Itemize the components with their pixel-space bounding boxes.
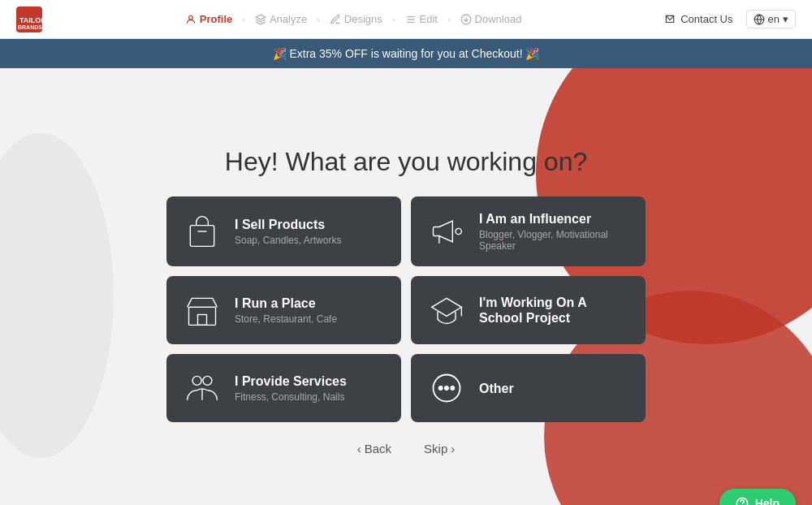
help-icon: [736, 497, 749, 505]
svg-rect-10: [190, 226, 214, 247]
card-provide-services-title: I Provide Services: [235, 373, 347, 389]
language-selector[interactable]: en ▾: [746, 10, 796, 28]
svg-point-22: [438, 386, 443, 391]
card-provide-services-subtitle: Fitness, Consulting, Nails: [235, 391, 347, 403]
graduation-icon: [427, 291, 466, 330]
card-sell-products-subtitle: Soap, Candles, Artworks: [235, 235, 341, 246]
nav-buttons: ‹ Back Skip ›: [357, 442, 456, 455]
card-influencer-title: I Am an Influencer: [479, 211, 629, 227]
svg-point-3: [188, 15, 192, 19]
svg-point-18: [192, 376, 201, 385]
card-sell-products[interactable]: I Sell Products Soap, Candles, Artworks: [166, 196, 401, 266]
logo-icon: TAILOR BRANDS: [16, 6, 42, 32]
cards-grid: I Sell Products Soap, Candles, Artworks …: [166, 196, 646, 422]
back-button[interactable]: ‹ Back: [357, 442, 391, 455]
card-school-project-title: I'm Working On A School Project: [479, 295, 629, 326]
card-school-project[interactable]: I'm Working On A School Project: [411, 276, 646, 344]
svg-point-12: [456, 228, 461, 234]
nav-step-designs[interactable]: Designs: [323, 13, 389, 25]
card-provide-services-text: I Provide Services Fitness, Consulting, …: [235, 373, 347, 403]
svg-text:TAILOR: TAILOR: [19, 16, 42, 24]
nav-step-edit[interactable]: Edit: [399, 13, 444, 25]
card-influencer[interactable]: I Am an Influencer Blogger, Vlogger, Mot…: [411, 196, 646, 266]
card-run-place-text: I Run a Place Store, Restaurant, Cafe: [235, 296, 337, 325]
megaphone-icon: [427, 212, 466, 251]
promo-banner: 🎉 Extra 35% OFF is waiting for you at Ch…: [0, 39, 812, 68]
page-title: Hey! What are you working on?: [225, 147, 587, 177]
shopping-bag-icon: [183, 212, 222, 251]
card-sell-products-text: I Sell Products Soap, Candles, Artworks: [235, 217, 341, 246]
svg-rect-13: [189, 307, 216, 325]
svg-point-25: [736, 498, 747, 505]
card-influencer-subtitle: Blogger, Vlogger, Motivational Speaker: [479, 229, 629, 252]
svg-rect-14: [198, 315, 207, 326]
card-provide-services[interactable]: I Provide Services Fitness, Consulting, …: [166, 354, 401, 422]
svg-point-19: [203, 376, 212, 385]
contact-us-button[interactable]: Contact Us: [664, 13, 732, 25]
nav-steps: Profile › Analyze › Designs › Edit › Dow…: [179, 13, 529, 25]
navbar: TAILOR BRANDS Profile › Analyze › Design…: [0, 0, 812, 39]
nav-step-profile[interactable]: Profile: [179, 13, 239, 25]
store-icon: [183, 291, 222, 330]
card-sell-products-title: I Sell Products: [235, 217, 341, 232]
help-button[interactable]: Help: [719, 489, 796, 505]
svg-text:BRANDS: BRANDS: [18, 24, 42, 30]
svg-point-23: [445, 386, 449, 391]
card-other[interactable]: Other: [411, 354, 646, 422]
card-run-place-title: I Run a Place: [235, 296, 337, 311]
card-school-project-text: I'm Working On A School Project: [479, 295, 629, 326]
nav-step-analyze[interactable]: Analyze: [248, 13, 313, 25]
card-run-place[interactable]: I Run a Place Store, Restaurant, Cafe: [166, 276, 401, 344]
logo[interactable]: TAILOR BRANDS: [16, 6, 42, 32]
page-background: Hey! What are you working on? I Sell Pro…: [0, 68, 812, 505]
card-other-text: Other: [479, 381, 514, 396]
dots-icon: [427, 369, 466, 408]
people-icon: [183, 369, 222, 408]
svg-point-24: [451, 386, 455, 391]
skip-button[interactable]: Skip ›: [424, 442, 455, 455]
main-content: Hey! What are you working on? I Sell Pro…: [0, 68, 812, 505]
nav-right: Contact Us en ▾: [664, 10, 796, 28]
nav-step-download[interactable]: Download: [454, 13, 529, 25]
svg-marker-16: [432, 298, 462, 316]
card-run-place-subtitle: Store, Restaurant, Cafe: [235, 313, 337, 325]
card-other-title: Other: [479, 381, 514, 396]
card-influencer-text: I Am an Influencer Blogger, Vlogger, Mot…: [479, 211, 629, 252]
